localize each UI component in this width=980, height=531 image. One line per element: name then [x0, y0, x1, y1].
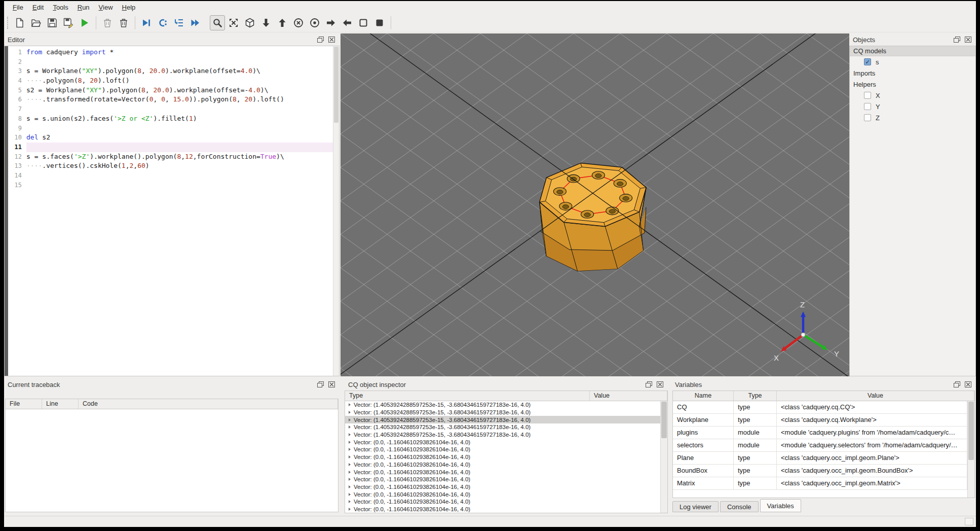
iso-view-button[interactable] [242, 15, 257, 30]
column-header-code[interactable]: Code [79, 399, 338, 409]
float-panel-icon[interactable] [316, 381, 325, 388]
column-header-value[interactable]: Value [777, 391, 974, 401]
expand-arrow-icon[interactable] [349, 403, 351, 406]
code-area[interactable]: 1from cadquery import *23s = Workplane("… [8, 46, 333, 376]
menu-file[interactable]: File [8, 2, 28, 13]
inspector-row[interactable]: Vector: (0.0, -1.1604610293826104e-16, 4… [345, 498, 660, 506]
step-button[interactable] [155, 15, 170, 30]
3d-viewport[interactable]: XYZ [341, 33, 849, 376]
wireframe-button[interactable] [356, 15, 371, 30]
code-line-11[interactable]: 11 [8, 143, 333, 152]
float-panel-icon[interactable] [953, 381, 961, 388]
close-panel-icon[interactable] [656, 381, 664, 388]
inspector-row[interactable]: Vector: (1.4053924288597253e-15, -3.6804… [345, 409, 660, 416]
shaded-button[interactable] [372, 15, 387, 30]
tab-console[interactable]: Console [720, 501, 759, 512]
code-line-5[interactable]: 5s2 = Workplane("XY").polygon(8, 20.0).w… [8, 86, 333, 95]
tree-item-z[interactable]: Z [850, 112, 975, 123]
tree-item-x[interactable]: X [850, 90, 975, 101]
expand-arrow-icon[interactable] [349, 426, 351, 429]
expand-arrow-icon[interactable] [349, 455, 351, 458]
code-line-3[interactable]: 3s = Workplane("XY").polygon(8, 20.0).wo… [8, 66, 333, 76]
inspector-row[interactable]: Vector: (1.4053924288597253e-15, -3.6804… [345, 423, 660, 431]
code-line-14[interactable]: 14 [8, 171, 333, 181]
float-panel-icon[interactable] [953, 36, 961, 43]
close-panel-icon[interactable] [327, 36, 336, 43]
inspector-row[interactable]: Vector: (1.4053924288597253e-15, -3.6804… [345, 401, 660, 409]
expand-arrow-icon[interactable] [349, 485, 351, 488]
editor-scrollbar-thumb[interactable] [334, 47, 338, 123]
code-line-9[interactable]: 9 [8, 124, 333, 133]
inspector-row[interactable]: Vector: (1.4053924288597253e-15, -3.6804… [345, 416, 660, 423]
code-line-2[interactable]: 2 [8, 57, 333, 67]
debug-button[interactable] [139, 15, 154, 30]
zoom-tool-button[interactable] [210, 15, 225, 30]
expand-arrow-icon[interactable] [349, 493, 351, 496]
variable-row[interactable]: selectorsmodule<module 'cadquery.selecto… [673, 439, 967, 452]
column-header-line[interactable]: Line [42, 399, 79, 409]
variable-row[interactable]: Planetype<class 'cadquery.occ_impl.geom.… [673, 452, 967, 465]
variable-row[interactable]: CQtype<class 'cadquery.cq.CQ'> [673, 401, 967, 414]
unchecked-checkbox[interactable] [864, 103, 871, 110]
code-line-10[interactable]: 10del s2 [8, 133, 333, 143]
tree-item-imports[interactable]: Imports [850, 67, 975, 79]
inspector-row[interactable]: Vector: (0.0, -1.1604610293826104e-16, 4… [345, 446, 660, 453]
unchecked-checkbox[interactable] [864, 114, 871, 121]
code-line-13[interactable]: 13····.vertices().cskHole(1,2,60) [8, 161, 333, 171]
fit-view-button[interactable] [226, 15, 241, 30]
inspector-row[interactable]: Vector: (0.0, -1.1604610293826104e-16, 4… [345, 453, 660, 461]
column-header-type[interactable]: Type [734, 391, 777, 401]
editor-content[interactable]: 1from cadquery import *23s = Workplane("… [4, 46, 340, 376]
column-header-value[interactable]: Value [590, 391, 667, 401]
code-line-15[interactable]: 15 [8, 181, 333, 190]
inspector-row[interactable]: Vector: (0.0, -1.1604610293826104e-16, 4… [345, 490, 660, 498]
inspector-row[interactable]: Vector: (0.0, -1.1604610293826104e-16, 4… [345, 476, 660, 483]
variable-row[interactable]: pluginsmodule<module 'cadquery.plugins' … [673, 427, 967, 439]
top-view-button[interactable] [258, 15, 274, 30]
column-header-file[interactable]: File [6, 399, 42, 409]
expand-arrow-icon[interactable] [349, 411, 351, 414]
inspector-row[interactable]: Vector: (0.0, -1.1604610293826104e-16, 4… [345, 438, 660, 446]
clear-all-button[interactable] [116, 15, 131, 30]
left-view-button[interactable] [323, 15, 338, 30]
code-line-6[interactable]: 6····.transformed(rotate=Vector(0, 0, 15… [8, 95, 333, 104]
inspector-row[interactable]: Vector: (1.4053924288597253e-15, -3.6804… [345, 431, 660, 439]
expand-arrow-icon[interactable] [349, 441, 351, 444]
code-line-8[interactable]: 8s = s.union(s2).faces('>Z or <Z').fille… [8, 114, 333, 124]
menu-view[interactable]: View [94, 2, 118, 13]
save-button[interactable] [45, 15, 60, 30]
expand-arrow-icon[interactable] [349, 463, 351, 466]
variable-row[interactable]: BoundBoxtype<class 'cadquery.occ_impl.ge… [673, 465, 967, 477]
expand-arrow-icon[interactable] [349, 418, 351, 421]
column-header-name[interactable]: Name [673, 391, 734, 401]
variable-row[interactable]: Workplanetype<class 'cadquery.cq.Workpla… [673, 414, 967, 427]
render-button[interactable] [77, 15, 92, 30]
expand-arrow-icon[interactable] [349, 500, 351, 503]
step-in-button[interactable] [171, 15, 186, 30]
code-line-4[interactable]: 4····.polygon(8, 20).loft() [8, 76, 333, 86]
close-panel-icon[interactable] [327, 381, 336, 388]
new-script-button[interactable] [12, 15, 27, 30]
expand-arrow-icon[interactable] [349, 471, 351, 474]
inspector-scrollbar[interactable] [660, 401, 667, 513]
tab-variables[interactable]: Variables [760, 499, 801, 512]
tree-item-s[interactable]: ✓s [850, 56, 975, 67]
continue-button[interactable] [187, 15, 203, 30]
inspector-scrollbar-thumb[interactable] [661, 402, 667, 438]
expand-arrow-icon[interactable] [349, 508, 351, 511]
save-as-button[interactable] [61, 15, 76, 30]
delete-object-button[interactable] [100, 15, 115, 30]
tree-item-y[interactable]: Y [850, 101, 975, 112]
open-button[interactable] [28, 15, 44, 30]
editor-scrollbar[interactable] [333, 46, 339, 376]
front-view-button[interactable] [291, 15, 306, 30]
menu-help[interactable]: Help [118, 2, 140, 13]
tab-log-viewer[interactable]: Log viewer [672, 501, 719, 512]
expand-arrow-icon[interactable] [349, 478, 351, 481]
variables-scrollbar-thumb[interactable] [968, 402, 974, 460]
close-panel-icon[interactable] [964, 381, 972, 388]
toolbar-drag-handle[interactable] [7, 17, 8, 29]
menu-tools[interactable]: Tools [48, 2, 72, 13]
bottom-view-button[interactable] [275, 15, 290, 30]
inspector-row[interactable]: Vector: (0.0, -1.1604610293826104e-16, 4… [345, 483, 660, 491]
